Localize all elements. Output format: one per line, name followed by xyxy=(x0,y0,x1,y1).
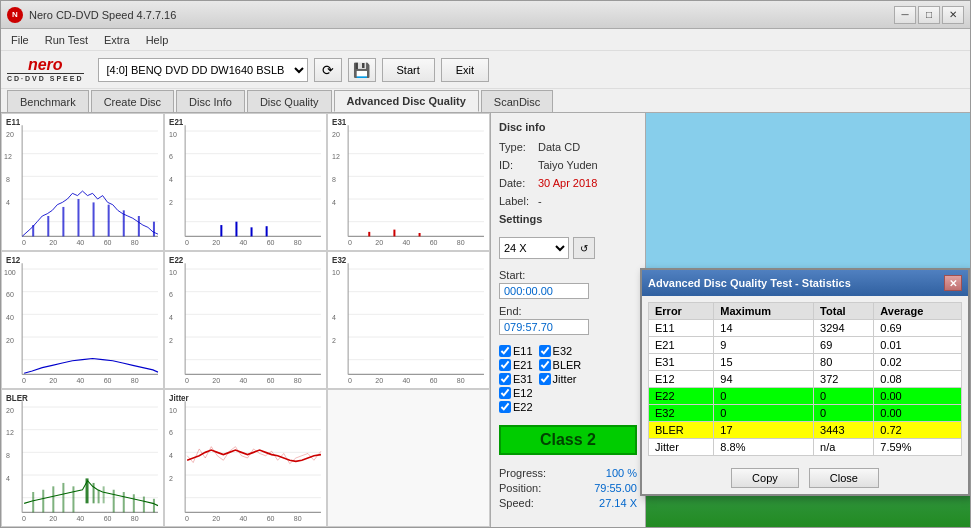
title-buttons: ─ □ ✕ xyxy=(894,6,964,24)
checkbox-jitter[interactable]: Jitter xyxy=(539,373,577,385)
svg-text:4: 4 xyxy=(169,313,173,323)
stats-cell-E11-name: E11 xyxy=(649,320,714,337)
svg-text:4: 4 xyxy=(169,451,173,461)
speed-label: Speed: xyxy=(499,497,534,509)
graph-jitter: Jitter 10 0 20 40 60 80 6 4 2 xyxy=(164,389,327,527)
tab-advanced-disc-quality[interactable]: Advanced Disc Quality xyxy=(334,90,479,112)
disc-type-row: Type: Data CD xyxy=(499,141,637,153)
tab-bar: Benchmark Create Disc Disc Info Disc Qua… xyxy=(1,89,970,113)
svg-rect-22 xyxy=(93,202,95,236)
menu-help[interactable]: Help xyxy=(140,32,175,48)
svg-text:40: 40 xyxy=(239,514,247,524)
svg-rect-21 xyxy=(77,199,79,236)
svg-text:E12: E12 xyxy=(6,255,21,266)
id-value: Taiyo Yuden xyxy=(538,159,598,171)
stats-cell-E12-maximum: 94 xyxy=(714,371,814,388)
svg-rect-154 xyxy=(153,499,155,513)
menu-run-test[interactable]: Run Test xyxy=(39,32,94,48)
menu-extra[interactable]: Extra xyxy=(98,32,136,48)
stats-cell-BLER-total: 3443 xyxy=(814,422,874,439)
main-window: N Nero CD-DVD Speed 4.7.7.16 ─ □ ✕ File … xyxy=(0,0,971,528)
svg-rect-23 xyxy=(108,205,110,237)
save-button[interactable]: 💾 xyxy=(348,58,376,82)
stats-cell-E12-total: 372 xyxy=(814,371,874,388)
start-button[interactable]: Start xyxy=(382,58,435,82)
svg-text:Jitter: Jitter xyxy=(169,393,189,404)
stats-cell-BLER-maximum: 17 xyxy=(714,422,814,439)
checkbox-e31[interactable]: E31 xyxy=(499,373,533,385)
svg-rect-141 xyxy=(86,478,89,503)
checkbox-e11[interactable]: E11 xyxy=(499,345,533,357)
stats-cell-E22-maximum: 0 xyxy=(714,388,814,405)
dialog-buttons: Copy Close xyxy=(642,462,968,494)
svg-text:100: 100 xyxy=(4,267,16,277)
svg-text:40: 40 xyxy=(239,376,247,386)
tab-disc-info[interactable]: Disc Info xyxy=(176,90,245,112)
close-button[interactable]: ✕ xyxy=(942,6,964,24)
svg-text:80: 80 xyxy=(457,376,465,386)
svg-text:40: 40 xyxy=(76,376,84,386)
close-button[interactable]: Close xyxy=(809,468,879,488)
svg-text:0: 0 xyxy=(185,514,189,524)
graph-bler: BLER 20 0 20 40 60 80 12 8 4 xyxy=(1,389,164,527)
label-label: Label: xyxy=(499,195,534,207)
svg-text:E22: E22 xyxy=(169,255,184,266)
progress-row: Progress: 100 % xyxy=(499,467,637,479)
stats-cell-E22-name: E22 xyxy=(649,388,714,405)
speed-row-progress: Speed: 27.14 X xyxy=(499,497,637,509)
graph-e21: E21 10 0 20 40 60 80 6 4 2 xyxy=(164,113,327,251)
tab-benchmark[interactable]: Benchmark xyxy=(7,90,89,112)
checkbox-e22[interactable]: E22 xyxy=(499,401,533,413)
date-label: Date: xyxy=(499,177,534,189)
svg-text:8: 8 xyxy=(332,175,336,185)
minimize-button[interactable]: ─ xyxy=(894,6,916,24)
graph-e22: E22 10 0 20 40 60 80 6 4 2 xyxy=(164,251,327,389)
checkbox-e12[interactable]: E12 xyxy=(499,387,533,399)
svg-text:60: 60 xyxy=(430,376,438,386)
checkbox-row-1: E11 E32 xyxy=(499,345,637,357)
position-row: Position: 79:55.00 xyxy=(499,482,637,494)
refresh-button[interactable]: ⟳ xyxy=(314,58,342,82)
disc-info-title: Disc info xyxy=(499,121,637,133)
stats-cell-E32-average: 0.00 xyxy=(874,405,962,422)
menu-file[interactable]: File xyxy=(5,32,35,48)
app-icon: N xyxy=(7,7,23,23)
svg-text:0: 0 xyxy=(185,238,189,248)
checkbox-bler[interactable]: BLER xyxy=(539,359,582,371)
checkbox-e21[interactable]: E21 xyxy=(499,359,533,371)
stats-cell-E22-average: 0.00 xyxy=(874,388,962,405)
tab-scandisc[interactable]: ScanDisc xyxy=(481,90,553,112)
stats-cell-E31-total: 80 xyxy=(814,354,874,371)
stats-dialog: Advanced Disc Quality Test - Statistics … xyxy=(640,268,970,496)
svg-text:20: 20 xyxy=(375,376,383,386)
start-value: 000:00.00 xyxy=(499,283,589,299)
position-label: Position: xyxy=(499,482,541,494)
exit-button[interactable]: Exit xyxy=(441,58,489,82)
svg-rect-142 xyxy=(93,483,95,503)
svg-rect-149 xyxy=(72,486,74,512)
svg-rect-145 xyxy=(32,492,34,512)
title-bar: N Nero CD-DVD Speed 4.7.7.16 ─ □ ✕ xyxy=(1,1,970,29)
dialog-title-bar: Advanced Disc Quality Test - Statistics … xyxy=(642,270,968,296)
speed-reset-button[interactable]: ↺ xyxy=(573,237,595,259)
svg-rect-69 xyxy=(419,233,421,236)
checkbox-e32[interactable]: E32 xyxy=(539,345,573,357)
svg-text:0: 0 xyxy=(348,376,352,386)
svg-text:60: 60 xyxy=(104,376,112,386)
svg-text:60: 60 xyxy=(267,238,275,248)
date-value: 30 Apr 2018 xyxy=(538,177,597,189)
tab-disc-quality[interactable]: Disc Quality xyxy=(247,90,332,112)
svg-text:2: 2 xyxy=(169,197,173,207)
graph-e12: E12 100 0 20 40 60 80 60 40 20 xyxy=(1,251,164,389)
maximize-button[interactable]: □ xyxy=(918,6,940,24)
copy-button[interactable]: Copy xyxy=(731,468,799,488)
svg-text:40: 40 xyxy=(76,238,84,248)
drive-selector[interactable]: [4:0] BENQ DVD DD DW1640 BSLB xyxy=(98,58,308,82)
content-area: E11 20 0 20 40 60 8 xyxy=(1,113,970,527)
tab-create-disc[interactable]: Create Disc xyxy=(91,90,174,112)
svg-rect-46 xyxy=(235,222,237,237)
graph-e11: E11 20 0 20 40 60 8 xyxy=(1,113,164,251)
speed-select[interactable]: 24 X xyxy=(499,237,569,259)
dialog-close-icon[interactable]: ✕ xyxy=(944,275,962,291)
svg-text:4: 4 xyxy=(332,313,336,323)
